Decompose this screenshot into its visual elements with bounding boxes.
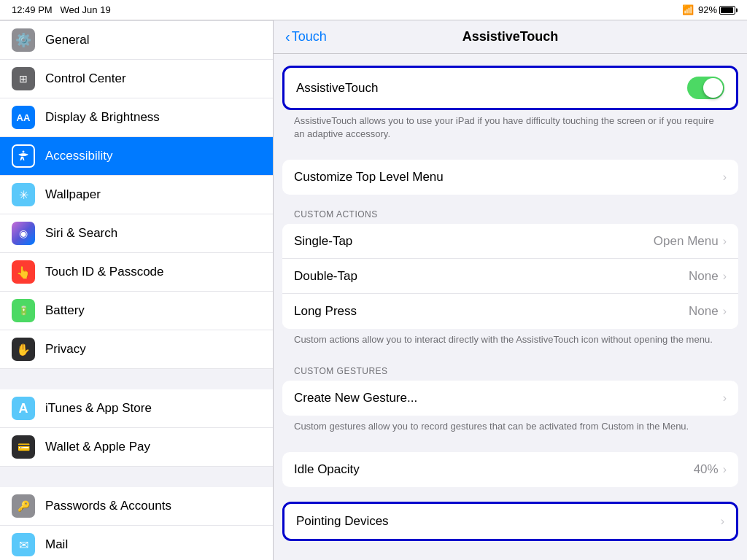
sidebar-item-general[interactable]: ⚙️ General bbox=[0, 20, 273, 60]
page-title: AssistiveTouch bbox=[462, 29, 559, 44]
itunes-icon: A bbox=[12, 397, 35, 420]
sidebar-label-privacy: Privacy bbox=[45, 342, 86, 357]
pointing-devices-group: Pointing Devices › bbox=[282, 502, 738, 541]
assistivetouch-toggle[interactable] bbox=[687, 77, 724, 99]
double-tap-value: None bbox=[689, 269, 719, 284]
sidebar-label-mail: Mail bbox=[45, 537, 68, 552]
battery-fill bbox=[721, 7, 733, 13]
sidebar-item-wallpaper[interactable]: ✳ Wallpaper bbox=[0, 176, 273, 214]
privacy-icon: ✋ bbox=[12, 338, 35, 361]
customize-menu-chevron: › bbox=[723, 171, 727, 184]
sidebar-item-battery[interactable]: 🔋 Battery bbox=[0, 292, 273, 330]
customize-menu-group: Customize Top Level Menu › bbox=[282, 160, 738, 195]
svg-point-0 bbox=[23, 151, 25, 153]
idle-opacity-value: 40% bbox=[694, 462, 719, 477]
sidebar-item-siri[interactable]: ◉ Siri & Search bbox=[0, 214, 273, 253]
customize-menu-card: Customize Top Level Menu › bbox=[282, 160, 738, 195]
long-press-label: Long Press bbox=[294, 304, 357, 319]
sidebar-item-privacy[interactable]: ✋ Privacy bbox=[0, 330, 273, 369]
back-label: Touch bbox=[292, 29, 327, 44]
custom-gestures-header: CUSTOM GESTURES bbox=[282, 366, 738, 381]
battery-percent: 92% bbox=[698, 4, 717, 15]
create-gesture-row[interactable]: Create New Gesture... › bbox=[282, 381, 738, 416]
back-chevron-icon: ‹ bbox=[285, 28, 290, 45]
create-gesture-chevron: › bbox=[723, 392, 727, 405]
sidebar-label-touchid: Touch ID & Passcode bbox=[45, 265, 164, 279]
custom-actions-card: Single-Tap Open Menu › Double-Tap None › bbox=[282, 224, 738, 329]
passwords-icon: 🔑 bbox=[12, 494, 35, 518]
double-tap-row[interactable]: Double-Tap None › bbox=[282, 259, 738, 294]
pointing-devices-highlight: Pointing Devices › bbox=[282, 502, 738, 541]
sidebar-item-mail[interactable]: ✉ Mail bbox=[0, 526, 273, 560]
assistivetouch-toggle-row[interactable]: AssistiveTouch bbox=[285, 68, 736, 108]
long-press-row[interactable]: Long Press None › bbox=[282, 294, 738, 329]
double-tap-label: Double-Tap bbox=[294, 269, 357, 284]
sidebar-label-wallpaper: Wallpaper bbox=[45, 187, 101, 202]
idle-opacity-card: Idle Opacity 40% › bbox=[282, 452, 738, 487]
assistivetouch-label: AssistiveTouch bbox=[296, 81, 378, 96]
toggle-knob bbox=[703, 78, 723, 98]
double-tap-right: None › bbox=[689, 269, 727, 284]
customize-menu-right: › bbox=[723, 171, 727, 184]
pointing-devices-chevron: › bbox=[721, 515, 724, 528]
custom-actions-header: CUSTOM ACTIONS bbox=[282, 209, 738, 224]
status-indicators: 📶 92% bbox=[682, 4, 735, 15]
mail-icon: ✉ bbox=[12, 533, 35, 556]
accessibility-icon bbox=[12, 144, 35, 168]
sidebar-label-battery: Battery bbox=[45, 303, 85, 318]
sidebar-label-wallet: Wallet & Apple Pay bbox=[45, 440, 150, 454]
sidebar-label-control-center: Control Center bbox=[45, 71, 126, 86]
wifi-icon: 📶 bbox=[682, 4, 694, 15]
content-area: ‹ Touch AssistiveTouch AssistiveTouch As… bbox=[274, 20, 747, 560]
pointing-devices-label: Pointing Devices bbox=[296, 514, 389, 529]
sidebar-item-touchid[interactable]: 👆 Touch ID & Passcode bbox=[0, 253, 273, 292]
sidebar-divider-1 bbox=[0, 369, 273, 389]
create-gesture-right: › bbox=[723, 392, 727, 405]
sidebar-label-display: Display & Brightness bbox=[45, 110, 160, 125]
custom-gestures-group: CUSTOM GESTURES Create New Gesture... › … bbox=[282, 366, 738, 438]
display-icon: AA bbox=[12, 106, 35, 129]
status-time-date: 12:49 PM Wed Jun 19 bbox=[12, 4, 111, 15]
idle-opacity-row[interactable]: Idle Opacity 40% › bbox=[282, 452, 738, 487]
control-center-icon: ⊞ bbox=[12, 67, 35, 90]
content-header: ‹ Touch AssistiveTouch bbox=[274, 20, 747, 54]
battery-container: 92% bbox=[698, 4, 735, 15]
idle-opacity-group: Idle Opacity 40% › bbox=[282, 452, 738, 487]
single-tap-right: Open Menu › bbox=[654, 234, 727, 249]
assistivetouch-highlight: AssistiveTouch bbox=[282, 66, 738, 110]
single-tap-chevron: › bbox=[723, 235, 727, 248]
sidebar-label-siri: Siri & Search bbox=[45, 226, 117, 241]
long-press-value: None bbox=[689, 304, 719, 319]
single-tap-label: Single-Tap bbox=[294, 234, 352, 249]
customize-menu-row[interactable]: Customize Top Level Menu › bbox=[282, 160, 738, 195]
sidebar-item-itunes[interactable]: A iTunes & App Store bbox=[0, 389, 273, 428]
sidebar-item-control-center[interactable]: ⊞ Control Center bbox=[0, 60, 273, 98]
settings-body: AssistiveTouch AssistiveTouch allows you… bbox=[274, 54, 747, 560]
pointing-devices-row[interactable]: Pointing Devices › bbox=[285, 504, 736, 539]
sidebar-item-accessibility[interactable]: Accessibility bbox=[0, 137, 273, 176]
wallet-icon: 💳 bbox=[12, 435, 35, 459]
sidebar-label-general: General bbox=[45, 33, 89, 47]
sidebar-label-passwords: Passwords & Accounts bbox=[45, 499, 171, 513]
sidebar-item-display[interactable]: AA Display & Brightness bbox=[0, 98, 273, 137]
wallpaper-icon: ✳ bbox=[12, 183, 35, 206]
custom-gestures-note: Custom gestures allow you to record gest… bbox=[282, 416, 738, 438]
back-button[interactable]: ‹ Touch bbox=[285, 28, 327, 45]
long-press-right: None › bbox=[689, 304, 727, 319]
custom-actions-group: CUSTOM ACTIONS Single-Tap Open Menu › Do… bbox=[282, 209, 738, 351]
single-tap-value: Open Menu bbox=[654, 234, 719, 249]
sidebar-divider-2 bbox=[0, 467, 273, 487]
sidebar-item-passwords[interactable]: 🔑 Passwords & Accounts bbox=[0, 487, 273, 526]
custom-actions-note: Custom actions allow you to interact dir… bbox=[282, 329, 738, 351]
status-date: Wed Jun 19 bbox=[61, 4, 111, 15]
status-time: 12:49 PM bbox=[12, 4, 53, 15]
create-gesture-label: Create New Gesture... bbox=[294, 391, 417, 405]
sidebar-item-wallet[interactable]: 💳 Wallet & Apple Pay bbox=[0, 428, 273, 467]
customize-menu-label: Customize Top Level Menu bbox=[294, 170, 444, 184]
sidebar-label-accessibility: Accessibility bbox=[45, 149, 113, 163]
idle-opacity-right: 40% › bbox=[694, 462, 727, 477]
single-tap-row[interactable]: Single-Tap Open Menu › bbox=[282, 224, 738, 259]
assistivetouch-group: AssistiveTouch AssistiveTouch allows you… bbox=[282, 66, 738, 145]
status-bar: 12:49 PM Wed Jun 19 📶 92% bbox=[0, 0, 747, 20]
siri-icon: ◉ bbox=[12, 222, 35, 245]
